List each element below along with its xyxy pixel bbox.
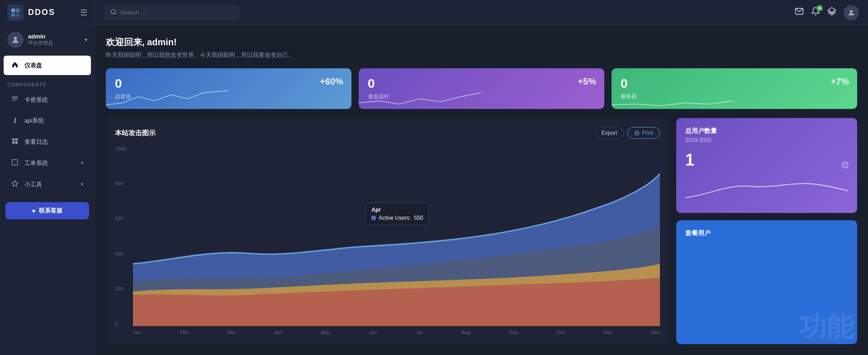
search-input[interactable] [120, 9, 233, 16]
y-label-0: 0 [115, 321, 131, 326]
stat-change-total: +60% [320, 76, 343, 87]
svg-rect-7 [12, 100, 16, 100]
x-label-jan: Jan [133, 330, 141, 335]
users-card-number: 1 [685, 151, 848, 170]
package-bg-text: 功能 [799, 313, 854, 341]
stat-card-server: 0 服务器 +7% [612, 68, 857, 109]
x-label-jul: Jul [416, 330, 422, 335]
nav-item-dashboard[interactable]: 仪表盘 [4, 56, 91, 75]
contact-button[interactable]: ♥ 联系客服 [5, 202, 89, 219]
user-profile: admin 平台管理员 ▾ [0, 25, 95, 55]
topbar: 4 [95, 0, 868, 25]
stat-change-running: +5% [578, 76, 596, 87]
x-label-mar: Mar [227, 330, 236, 335]
x-label-jun: Jun [370, 330, 378, 335]
x-label-aug: Aug [461, 330, 470, 335]
tickets-label: 工单系统 [24, 159, 48, 167]
layers-icon[interactable] [827, 7, 836, 18]
logo-text: DDOS [28, 8, 55, 17]
svg-rect-0 [11, 8, 15, 12]
svg-rect-1 [16, 8, 19, 12]
api-label: api系统 [24, 117, 44, 125]
dashboard-label: 仪表盘 [24, 62, 42, 70]
notification-icon[interactable]: 4 [811, 7, 820, 18]
logs-label: 查看日志 [24, 138, 48, 146]
x-label-apr: Apr [275, 330, 282, 335]
tools-label: 小工具 [24, 180, 42, 189]
nav-item-tools[interactable]: 小工具 ▾ [4, 175, 91, 194]
tools-icon [11, 180, 19, 189]
user-role: 平台管理员 [28, 40, 80, 47]
print-label: Print [642, 130, 653, 136]
stat-change-server: +7% [830, 76, 849, 87]
chart-area: 1000 800 600 400 200 0 Jan Feb Mar Apr M… [115, 146, 660, 335]
y-label-600: 600 [115, 216, 131, 221]
x-label-sep: Sep [509, 330, 518, 335]
settings-gear-icon[interactable]: ⚙ [841, 160, 850, 171]
users-card-year: 2019-2020 [685, 137, 848, 143]
user-name: admin [28, 33, 80, 40]
notification-badge: 4 [816, 5, 823, 11]
components-label: COMPONENTS [0, 76, 95, 89]
y-label-1000: 1000 [115, 146, 131, 151]
nav-item-logs[interactable]: 查看日志 [4, 132, 91, 151]
welcome-section: 欢迎回来, admin! 昨天我很聪明，所以我想改变世界。今天我很聪明，所以我要… [106, 36, 857, 59]
heart-icon: ♥ [32, 208, 36, 214]
main-content: 4 欢迎回来, admin! 昨天我很聪明，所以我想改变世界。今天我很聪明，所以… [95, 0, 868, 355]
menu-toggle[interactable]: ☰ [80, 8, 87, 18]
svg-line-15 [115, 13, 116, 14]
x-label-dec: Dec [651, 330, 660, 335]
topbar-right: 4 [795, 5, 859, 20]
svg-point-4 [14, 37, 17, 40]
x-label-oct: Oct [557, 330, 564, 335]
search-box[interactable] [104, 5, 240, 20]
avatar [7, 32, 24, 48]
x-label-feb: Feb [180, 330, 189, 335]
stats-row: 0 总攻击 +60% 0 攻击运行 +5% [106, 68, 857, 109]
kami-icon [11, 95, 19, 104]
mail-icon[interactable] [795, 7, 804, 18]
contact-label: 联系客服 [39, 207, 62, 215]
user-arrow[interactable]: ▾ [85, 37, 87, 43]
api-icon: I [11, 117, 19, 125]
svg-rect-5 [12, 97, 18, 98]
user-info: admin 平台管理员 [28, 33, 80, 47]
svg-point-18 [850, 10, 853, 13]
x-label-nov: Nov [603, 330, 612, 335]
svg-rect-19 [636, 133, 638, 135]
svg-rect-12 [12, 160, 18, 165]
middle-row: 本站攻击图示 Export Print [106, 118, 857, 344]
tickets-icon [11, 159, 19, 167]
y-label-400: 400 [115, 251, 131, 256]
chart-actions: Export Print [595, 127, 660, 139]
y-label-200: 200 [115, 286, 131, 291]
logo-icon [7, 5, 24, 21]
svg-marker-13 [12, 180, 18, 186]
nav-item-kami[interactable]: 卡密系统 [4, 90, 91, 109]
users-card-title: 总用户数量 [685, 127, 848, 135]
svg-point-14 [111, 9, 115, 13]
tickets-arrow: ▾ [81, 160, 84, 166]
logs-icon [11, 137, 19, 146]
sidebar-logo: DDOS ☰ [0, 0, 95, 25]
export-button[interactable]: Export [595, 127, 624, 139]
svg-rect-6 [12, 99, 18, 99]
y-label-800: 800 [115, 181, 131, 186]
svg-rect-8 [12, 138, 14, 141]
svg-rect-3 [16, 13, 19, 16]
x-label-may: May [321, 330, 331, 335]
search-icon [110, 9, 117, 17]
sidebar: DDOS ☰ admin 平台管理员 ▾ 仪表盘 COMPONENTS 卡密系 [0, 0, 95, 355]
stat-card-total: 0 总攻击 +60% [106, 68, 351, 109]
nav-item-api[interactable]: I api系统 [4, 111, 91, 130]
print-button[interactable]: Print [627, 127, 660, 139]
nav-item-tickets[interactable]: 工单系统 ▾ [4, 153, 91, 173]
chart-header: 本站攻击图示 Export Print [115, 127, 660, 139]
home-icon [11, 61, 19, 70]
welcome-subtitle: 昨天我很聪明，所以我想改变世界。今天我很聪明，所以我要改变自己。 [106, 51, 857, 59]
kami-label: 卡密系统 [24, 96, 48, 104]
svg-rect-11 [15, 142, 18, 144]
tools-arrow: ▾ [81, 181, 84, 187]
user-avatar-topbar[interactable] [844, 5, 859, 20]
chart-panel: 本站攻击图示 Export Print [106, 118, 669, 344]
